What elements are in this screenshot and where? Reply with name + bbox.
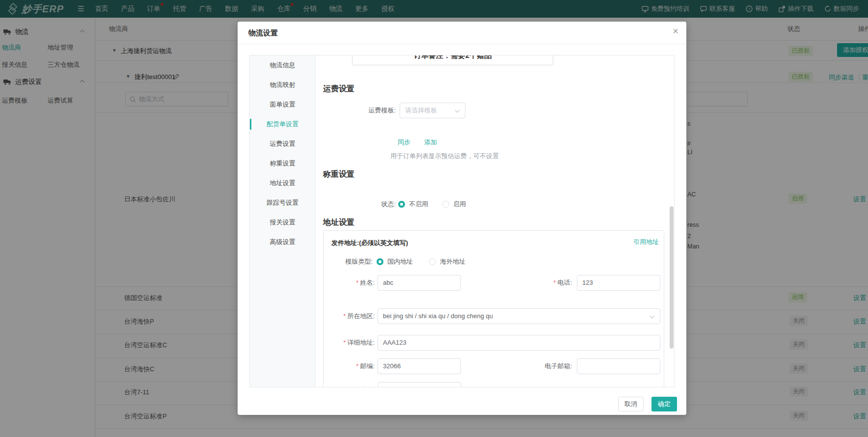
detail-address-input[interactable]: AAA123 xyxy=(378,335,660,351)
freight-template-select[interactable]: 请选择模板 xyxy=(400,103,465,118)
confirm-button[interactable]: 确定 xyxy=(651,397,677,411)
radio-domestic-address[interactable] xyxy=(377,258,383,265)
dialog-header-divider xyxy=(238,44,686,44)
phone-input[interactable]: 123 xyxy=(577,275,660,291)
tab-customs-settings[interactable]: 报关设置 xyxy=(250,213,315,232)
region-select[interactable]: bei jing shi / shi xia qu / dong cheng q… xyxy=(378,308,660,324)
tab-picking-list-settings[interactable]: 配货单设置 xyxy=(250,114,315,134)
freight-section-title: 运费设置 xyxy=(323,84,354,94)
order-note-input[interactable]: 订单备注：需要2个赠品 xyxy=(352,55,553,65)
tab-logistics-mapping[interactable]: 物流映射 xyxy=(250,75,315,95)
tab-tracking-number-settings[interactable]: 跟踪号设置 xyxy=(250,193,315,213)
sender-address-box: 发件地址:(必须以英文填写) 引用地址 模版类型: 国内地址 海外地址 姓名: … xyxy=(323,230,664,387)
radio-overseas-address[interactable] xyxy=(429,258,436,265)
tab-logistics-info[interactable]: 物流信息 xyxy=(250,55,315,75)
quote-address-link[interactable]: 引用地址 xyxy=(633,238,659,246)
radio-weighing-off-label[interactable]: 不启用 xyxy=(409,197,428,212)
tab-label-settings[interactable]: 面单设置 xyxy=(250,95,315,114)
phone-label: 电话: xyxy=(498,275,572,291)
cancel-button[interactable]: 取消 xyxy=(618,397,644,411)
weighing-section-title: 称重设置 xyxy=(323,169,354,180)
chevron-down-icon xyxy=(650,314,655,319)
radio-weighing-on-label[interactable]: 启用 xyxy=(453,197,466,212)
email-input[interactable] xyxy=(577,358,660,374)
logistics-settings-dialog: 物流设置 × 物流信息 物流映射 面单设置 配货单设置 运费设置 称重设置 地址… xyxy=(238,22,686,415)
address-section-title: 地址设置 xyxy=(323,218,354,228)
radio-overseas-label[interactable]: 海外地址 xyxy=(440,254,465,269)
zip-input[interactable]: 32066 xyxy=(378,358,461,374)
radio-domestic-label[interactable]: 国内地址 xyxy=(387,254,413,269)
radio-weighing-on[interactable] xyxy=(442,201,449,208)
sync-template-link[interactable]: 同步 xyxy=(398,138,410,147)
name-input[interactable]: abc xyxy=(378,275,461,291)
zip-label: 邮编: xyxy=(324,358,375,374)
freight-template-label: 运费模板: xyxy=(316,103,396,118)
dialog-title: 物流设置 xyxy=(248,28,278,38)
company-input[interactable] xyxy=(378,382,461,387)
company-label: 公司: xyxy=(324,382,375,387)
add-template-link[interactable]: 添加 xyxy=(424,138,437,147)
tab-weighing-settings[interactable]: 称重设置 xyxy=(250,154,315,173)
radio-weighing-off[interactable] xyxy=(398,201,405,208)
sender-address-title: 发件地址:(必须以英文填写) xyxy=(331,239,408,247)
template-type-label: 模版类型: xyxy=(324,254,373,269)
detail-address-label: 详细地址: xyxy=(324,335,375,351)
freight-hint-text: 用于订单列表显示预估运费，可不设置 xyxy=(390,152,499,161)
tab-address-settings[interactable]: 地址设置 xyxy=(250,173,315,193)
close-icon[interactable]: × xyxy=(673,26,678,37)
email-label: 电子邮箱: xyxy=(498,358,572,374)
chevron-down-icon xyxy=(455,108,460,113)
settings-content: 订单备注：需要2个赠品 运费设置 运费模板: 请选择模板 同步 添加 用于订单列… xyxy=(316,55,674,387)
active-tab-bar xyxy=(250,119,251,130)
dialog-body: 物流信息 物流映射 面单设置 配货单设置 运费设置 称重设置 地址设置 跟踪号设… xyxy=(249,55,675,387)
content-scrollbar[interactable] xyxy=(670,206,674,349)
region-label: 所在地区: xyxy=(324,308,375,324)
tab-advanced-settings[interactable]: 高级设置 xyxy=(250,232,315,252)
settings-tab-menu: 物流信息 物流映射 面单设置 配货单设置 运费设置 称重设置 地址设置 跟踪号设… xyxy=(250,55,316,387)
name-label: 姓名: xyxy=(324,275,375,291)
weighing-status-label: 状态: xyxy=(316,197,396,212)
tab-freight-settings[interactable]: 运费设置 xyxy=(250,134,315,154)
